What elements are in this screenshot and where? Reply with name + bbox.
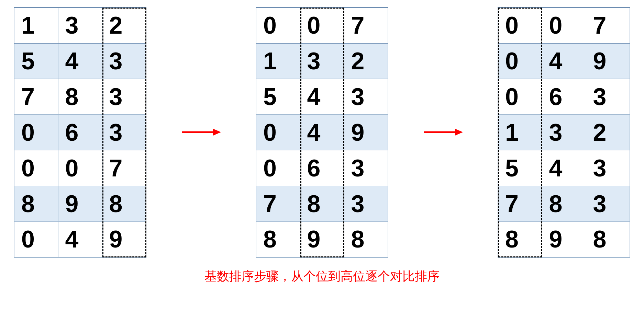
cell: 0 (498, 43, 542, 79)
data-table-2: 007 132 543 049 063 783 898 (256, 7, 388, 258)
table-row: 132 (498, 115, 630, 150)
cell: 7 (586, 8, 630, 43)
table-row: 063 (256, 150, 388, 186)
diagram-container: 132 543 783 063 007 898 049 007 132 543 … (14, 7, 630, 258)
cell: 7 (256, 186, 300, 222)
cell: 5 (256, 79, 300, 115)
cell: 3 (344, 186, 388, 222)
cell: 6 (300, 150, 344, 186)
cell: 4 (300, 115, 344, 150)
cell: 3 (542, 115, 586, 150)
cell: 0 (542, 8, 586, 43)
table-row: 783 (14, 79, 146, 115)
svg-marker-1 (213, 129, 221, 136)
table-row: 543 (14, 43, 146, 79)
cell: 8 (344, 222, 388, 257)
table-row: 132 (14, 8, 146, 43)
cell: 5 (498, 150, 542, 186)
table-row: 007 (498, 8, 630, 43)
table-row: 898 (498, 222, 630, 257)
cell: 0 (14, 222, 58, 257)
cell: 0 (256, 8, 300, 43)
cell: 0 (256, 115, 300, 150)
cell: 8 (586, 222, 630, 257)
caption-text: 基数排序步骤，从个位到高位逐个对比排序 (14, 268, 630, 285)
table-row: 007 (14, 150, 146, 186)
cell: 1 (256, 43, 300, 79)
cell: 7 (102, 150, 146, 186)
cell: 7 (344, 8, 388, 43)
svg-marker-3 (455, 129, 463, 136)
table-step-2: 007 132 543 049 063 783 898 (256, 7, 388, 258)
cell: 2 (586, 115, 630, 150)
cell: 0 (498, 8, 542, 43)
cell: 9 (542, 222, 586, 257)
table-row: 898 (14, 186, 146, 222)
cell: 0 (14, 150, 58, 186)
cell: 3 (102, 115, 146, 150)
arrow-icon (422, 125, 464, 139)
table-row: 007 (256, 8, 388, 43)
cell: 6 (58, 115, 102, 150)
cell: 0 (300, 8, 344, 43)
cell: 0 (256, 150, 300, 186)
table-row: 063 (14, 115, 146, 150)
cell: 3 (586, 150, 630, 186)
cell: 9 (58, 186, 102, 222)
cell: 8 (102, 186, 146, 222)
cell: 0 (58, 150, 102, 186)
arrow-icon (180, 125, 222, 139)
cell: 9 (300, 222, 344, 257)
cell: 3 (586, 186, 630, 222)
cell: 7 (498, 186, 542, 222)
cell: 0 (498, 79, 542, 115)
cell: 8 (256, 222, 300, 257)
table-row: 049 (498, 43, 630, 79)
cell: 8 (542, 186, 586, 222)
data-table-1: 132 543 783 063 007 898 049 (14, 7, 146, 258)
table-row: 049 (14, 222, 146, 257)
cell: 4 (58, 222, 102, 257)
cell: 7 (14, 79, 58, 115)
table-row: 783 (256, 186, 388, 222)
cell: 1 (14, 8, 58, 43)
cell: 4 (58, 43, 102, 79)
cell: 3 (300, 43, 344, 79)
cell: 3 (58, 8, 102, 43)
cell: 4 (300, 79, 344, 115)
cell: 0 (14, 115, 58, 150)
cell: 8 (14, 186, 58, 222)
cell: 9 (344, 115, 388, 150)
table-row: 543 (256, 79, 388, 115)
cell: 9 (586, 43, 630, 79)
cell: 3 (344, 150, 388, 186)
table-row: 132 (256, 43, 388, 79)
cell: 3 (102, 43, 146, 79)
table-row: 543 (498, 150, 630, 186)
table-step-3: 007 049 063 132 543 783 898 (498, 7, 630, 258)
cell: 3 (344, 79, 388, 115)
table-row: 783 (498, 186, 630, 222)
cell: 4 (542, 43, 586, 79)
table-row: 898 (256, 222, 388, 257)
cell: 4 (542, 150, 586, 186)
cell: 8 (58, 79, 102, 115)
cell: 2 (102, 8, 146, 43)
table-row: 049 (256, 115, 388, 150)
cell: 2 (344, 43, 388, 79)
cell: 5 (14, 43, 58, 79)
cell: 6 (542, 79, 586, 115)
cell: 9 (102, 222, 146, 257)
cell: 3 (102, 79, 146, 115)
data-table-3: 007 049 063 132 543 783 898 (498, 7, 630, 258)
cell: 8 (498, 222, 542, 257)
cell: 1 (498, 115, 542, 150)
table-step-1: 132 543 783 063 007 898 049 (14, 7, 146, 258)
cell: 8 (300, 186, 344, 222)
table-row: 063 (498, 79, 630, 115)
cell: 3 (586, 79, 630, 115)
